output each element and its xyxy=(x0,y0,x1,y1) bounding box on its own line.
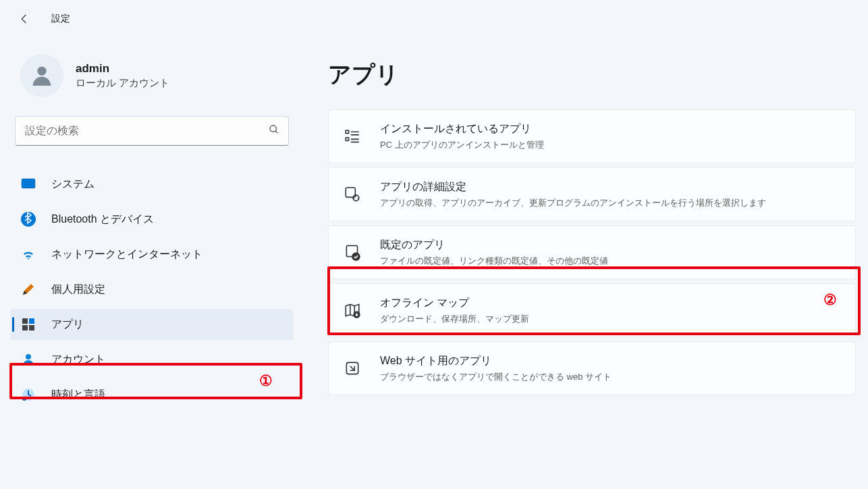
sidebar-item-bluetooth[interactable]: Bluetooth とデバイス xyxy=(11,204,293,235)
apps-icon xyxy=(20,316,36,333)
advanced-settings-icon xyxy=(342,184,362,204)
offline-maps-icon xyxy=(342,300,362,320)
svg-rect-2 xyxy=(22,179,35,188)
sidebar-item-label: ネットワークとインターネット xyxy=(51,248,202,262)
sidebar-item-apps[interactable]: アプリ xyxy=(11,309,293,340)
svg-rect-13 xyxy=(346,138,348,140)
svg-point-0 xyxy=(37,67,46,76)
search-icon xyxy=(269,124,279,138)
card-title: 既定のアプリ xyxy=(380,238,842,252)
svg-point-9 xyxy=(26,354,31,359)
search-input[interactable] xyxy=(15,116,289,146)
sidebar-item-system[interactable]: システム xyxy=(11,169,293,200)
sidebar-item-time[interactable]: 時刻と言語 xyxy=(11,379,293,410)
account-section[interactable]: admin ローカル アカウント xyxy=(11,54,293,116)
card-desc: PC 上のアプリのアンインストールと管理 xyxy=(380,139,842,151)
svg-rect-6 xyxy=(29,318,34,324)
svg-rect-12 xyxy=(346,130,348,133)
back-button[interactable] xyxy=(11,5,38,32)
card-title: インストールされているアプリ xyxy=(380,122,842,136)
sidebar-item-label: 時刻と言語 xyxy=(51,388,105,402)
network-icon xyxy=(20,246,36,262)
account-type: ローカル アカウント xyxy=(76,77,169,90)
card-desc: アプリの取得、アプリのアーカイブ、更新プログラムのアンインストールを行う場所を選… xyxy=(380,197,842,209)
accounts-icon xyxy=(20,351,36,368)
card-default-apps[interactable]: 既定のアプリ ファイルの既定値、リンク種類の既定値、その他の既定値 xyxy=(328,225,856,279)
sidebar-item-label: Bluetooth とデバイス xyxy=(51,212,154,227)
card-installed-apps[interactable]: インストールされているアプリ PC 上のアプリのアンインストールと管理 xyxy=(328,109,856,163)
avatar xyxy=(20,54,63,97)
card-advanced-settings[interactable]: アプリの詳細設定 アプリの取得、アプリのアーカイブ、更新プログラムのアンインスト… xyxy=(328,167,856,221)
annotation-number-2: ② xyxy=(823,291,837,309)
sidebar-item-personalization[interactable]: 個人用設定 xyxy=(11,274,293,305)
card-web-apps[interactable]: Web サイト用のアプリ ブラウザーではなくアプリで開くことができる web サ… xyxy=(328,341,856,395)
web-apps-icon xyxy=(342,358,362,378)
installed-apps-icon xyxy=(342,126,362,146)
window-title: 設定 xyxy=(51,13,70,25)
card-title: オフライン マップ xyxy=(380,296,842,310)
account-name: admin xyxy=(76,62,169,76)
sidebar-item-label: アプリ xyxy=(51,318,84,332)
page-title: アプリ xyxy=(328,59,856,90)
sidebar-item-network[interactable]: ネットワークとインターネット xyxy=(11,239,293,270)
card-title: Web サイト用のアプリ xyxy=(380,354,842,368)
sidebar-item-label: 個人用設定 xyxy=(51,283,105,297)
svg-point-4 xyxy=(21,212,36,227)
system-icon xyxy=(20,176,36,192)
sidebar-item-accounts[interactable]: アカウント xyxy=(11,344,293,375)
svg-point-17 xyxy=(352,253,360,260)
svg-point-1 xyxy=(270,125,276,132)
sidebar-item-label: アカウント xyxy=(51,353,105,367)
bluetooth-icon xyxy=(20,211,36,227)
annotation-number-1: ① xyxy=(259,372,273,390)
sidebar-item-label: システム xyxy=(51,177,94,192)
time-icon xyxy=(20,386,36,403)
svg-rect-7 xyxy=(22,325,28,330)
card-title: アプリの詳細設定 xyxy=(380,180,842,194)
svg-point-11 xyxy=(22,397,26,401)
card-desc: ブラウザーではなくアプリで開くことができる web サイト xyxy=(380,371,842,383)
card-desc: ファイルの既定値、リンク種類の既定値、その他の既定値 xyxy=(380,255,842,267)
personalization-icon xyxy=(20,281,36,297)
default-apps-icon xyxy=(342,242,362,262)
svg-rect-8 xyxy=(29,325,34,330)
svg-rect-5 xyxy=(22,318,28,324)
card-desc: ダウンロード、保存場所、マップ更新 xyxy=(380,313,842,325)
card-offline-maps[interactable]: オフライン マップ ダウンロード、保存場所、マップ更新 xyxy=(328,283,856,337)
